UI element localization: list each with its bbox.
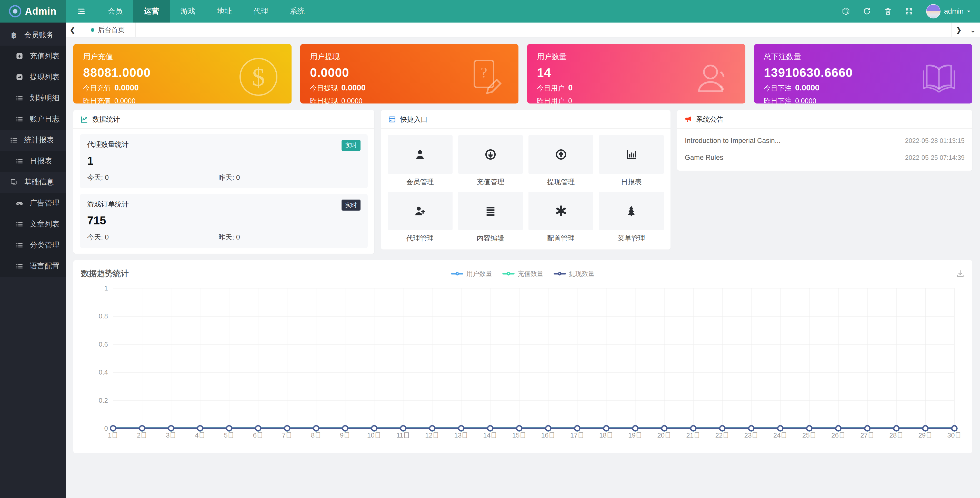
app-logo[interactable]: Admin <box>0 0 66 22</box>
realtime-badge: 实时 <box>342 140 361 151</box>
sidebar-item-daily-report[interactable]: 日报表 <box>0 151 66 171</box>
sidebar-item-article-list[interactable]: 文章列表 <box>0 214 66 235</box>
dollar-circle-icon: $ <box>240 58 277 96</box>
fullscreen-button[interactable] <box>899 7 920 15</box>
list-icon <box>15 263 24 270</box>
sidebar-item-transfer-detail[interactable]: 划转明细 <box>0 87 66 109</box>
open-book-icon <box>920 57 958 96</box>
quick-entry-content-edit[interactable]: 内容编辑 <box>458 192 523 243</box>
svg-text:16日: 16日 <box>541 431 555 439</box>
list-icon <box>15 241 24 249</box>
arrow-circle-down-icon <box>485 149 496 160</box>
sidebar-item-statistics-report[interactable]: 统计报表 <box>0 130 66 151</box>
user-avatar[interactable] <box>926 4 940 19</box>
block-value: 1 <box>87 154 361 167</box>
nav-item-member[interactable]: 会员 <box>97 0 133 22</box>
list-icon <box>15 220 24 228</box>
sidebar-item-basic-info[interactable]: 基础信息 <box>0 171 66 193</box>
bars-icon <box>485 205 496 217</box>
svg-text:5日: 5日 <box>224 431 234 439</box>
today-value: 0 <box>568 83 573 92</box>
sidebar-item-withdraw-list[interactable]: 提现列表 <box>0 67 66 87</box>
svg-text:6日: 6日 <box>253 431 263 439</box>
tab-active-dot <box>91 28 94 32</box>
share-square-icon <box>15 73 24 81</box>
svg-text:0.4: 0.4 <box>99 368 108 376</box>
svg-text:23日: 23日 <box>745 431 759 439</box>
today-value: 0.0000 <box>341 83 366 92</box>
quick-entry-agent-management[interactable]: 代理管理 <box>388 192 453 243</box>
announcement-item[interactable]: Introduction to Imperial Casin... 2022-0… <box>685 132 965 149</box>
quick-entry-config-management[interactable]: 配置管理 <box>528 192 593 243</box>
page-content: 用户充值 88081.0000 今日充值0.0000 昨日充值0.0000 $ … <box>66 37 980 498</box>
svg-text:19日: 19日 <box>628 431 642 439</box>
download-chart-button[interactable] <box>956 269 965 278</box>
tabs-menu-button[interactable]: ⌄ <box>966 22 980 37</box>
stat-cards-row: 用户充值 88081.0000 今日充值0.0000 昨日充值0.0000 $ … <box>73 44 972 103</box>
tab-dashboard-home[interactable]: 后台首页 <box>80 22 136 37</box>
sidebar-item-account-log[interactable]: 账户日志 <box>0 109 66 130</box>
svg-text:30日: 30日 <box>947 431 961 439</box>
today-label: 今天: <box>87 233 103 241</box>
svg-text:26日: 26日 <box>831 431 845 439</box>
username: admin <box>944 7 964 15</box>
data-statistics-panel: 数据统计 代理数量统计 实时 1 今天: 0 昨天: 0 <box>73 110 374 254</box>
quick-entry-menu-management[interactable]: 菜单管理 <box>599 192 664 243</box>
sidebar-item-recharge-list[interactable]: 充值列表 <box>0 46 66 67</box>
user-outline-icon <box>693 57 731 96</box>
legend-item-user-count[interactable]: 用户数量 <box>451 270 492 278</box>
sidebar: ฿ 会员账务 充值列表 提现列表 划转明细 账户日志 统计报表 日报表 <box>0 22 66 498</box>
nav-item-game[interactable]: 游戏 <box>170 0 206 22</box>
block-title: 代理数量统计 <box>87 140 129 149</box>
svg-text:25日: 25日 <box>802 431 816 439</box>
sidebar-item-label: 划转明细 <box>30 93 59 103</box>
stat-card-user-recharge: 用户充值 88081.0000 今日充值0.0000 昨日充值0.0000 $ <box>73 44 291 103</box>
yesterday-label: 昨天: <box>218 174 234 181</box>
tabs-scroll-right-button[interactable]: ❯ <box>951 22 966 37</box>
sidebar-item-language-config[interactable]: 语言配置 <box>0 256 66 277</box>
svg-text:13日: 13日 <box>454 431 468 439</box>
game-order-block: 游戏订单统计 实时 715 今天: 0 昨天: 0 <box>80 194 368 248</box>
sidebar-toggle-button[interactable] <box>66 0 97 22</box>
refresh-icon <box>863 7 871 15</box>
today-label: 今日下注 <box>764 84 792 93</box>
today-label: 今日充值 <box>83 84 111 93</box>
chart-line-icon <box>81 116 88 123</box>
refresh-button[interactable] <box>856 7 877 15</box>
panel-title: 快捷入口 <box>400 115 428 124</box>
tabs-scroll-left-button[interactable]: ❮ <box>66 22 80 37</box>
sidebar-item-label: 语言配置 <box>30 261 59 271</box>
quick-entry-daily-report[interactable]: 日报表 <box>599 135 664 187</box>
announcement-item[interactable]: Game Rules 2022-05-25 07:14:39 <box>685 149 965 166</box>
nav-item-agent[interactable]: 代理 <box>243 0 279 22</box>
today-label: 今日提现 <box>310 84 338 93</box>
sidebar-item-member-accounts[interactable]: ฿ 会员账务 <box>0 25 66 46</box>
svg-text:15日: 15日 <box>512 431 526 439</box>
today-label: 今日用户 <box>537 84 565 93</box>
svg-text:17日: 17日 <box>570 431 584 439</box>
legend-marker <box>451 271 463 276</box>
bitcoin-icon: ฿ <box>9 31 19 40</box>
svg-text:1日: 1日 <box>108 431 118 439</box>
legend-item-withdraw-count[interactable]: 提现数量 <box>554 270 595 278</box>
trend-chart-panel: 数据趋势统计 用户数量 充值数量 提现数量 <box>73 260 972 453</box>
user-menu[interactable]: admin <box>944 7 975 15</box>
sidebar-item-label: 文章列表 <box>30 219 59 229</box>
nav-item-address[interactable]: 地址 <box>206 0 243 22</box>
legend-item-recharge-count[interactable]: 充值数量 <box>502 270 543 278</box>
list-icon <box>9 136 19 144</box>
theme-button[interactable] <box>835 7 856 15</box>
realtime-badge: 实时 <box>342 200 361 211</box>
hexagon-theme-icon <box>842 7 850 15</box>
today-value: 0.0000 <box>115 83 139 92</box>
clear-cache-button[interactable] <box>877 7 899 15</box>
svg-text:0.6: 0.6 <box>99 341 108 348</box>
sidebar-item-ad-management[interactable]: 广告管理 <box>0 193 66 214</box>
nav-item-operation[interactable]: 运营 <box>133 0 170 22</box>
quick-entry-withdraw-management[interactable]: 提现管理 <box>528 135 593 187</box>
svg-text:0.2: 0.2 <box>99 396 108 404</box>
quick-entry-member-management[interactable]: 会员管理 <box>388 135 453 187</box>
nav-item-system[interactable]: 系统 <box>279 0 315 22</box>
quick-entry-recharge-management[interactable]: 充值管理 <box>458 135 523 187</box>
sidebar-item-category-management[interactable]: 分类管理 <box>0 235 66 256</box>
